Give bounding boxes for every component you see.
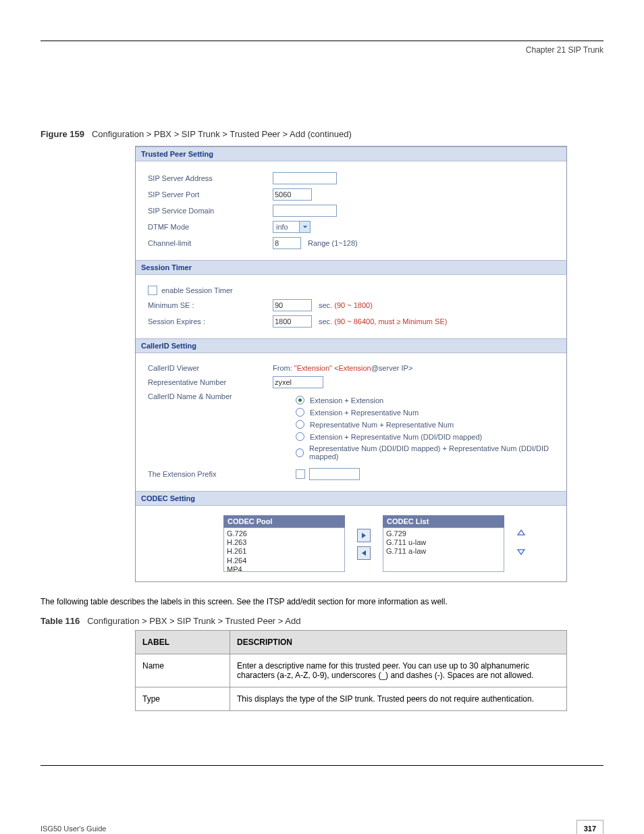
col-header-label: LABEL [136, 631, 230, 654]
section-callerid: CallerID Setting [136, 338, 566, 353]
label-callerid-viewer: CallerID Viewer [148, 364, 273, 372]
cell-label: Name [136, 654, 230, 687]
codec-list[interactable]: G.729 G.711 u-law G.711 a-law [383, 527, 504, 572]
list-item[interactable]: G.711 u-law [386, 538, 501, 547]
chapter-title: Chapter 21 SIP Trunk [0, 45, 603, 55]
codec-pool-column: CODEC Pool G.726 H.263 H.261 H.264 MP4 [223, 515, 345, 572]
minimum-se-unit: sec. [319, 301, 332, 309]
chevron-down-icon [299, 221, 310, 232]
section-trusted-peer: Trusted Peer Setting [136, 147, 566, 161]
callerid-option-label: Extension + Extension [310, 396, 383, 405]
callerid-option-label: Extension + Representative Num (DDI/DID … [310, 433, 482, 441]
footer-book: ISG50 User's Guide [41, 825, 106, 833]
arrow-right-icon [360, 532, 367, 539]
sip-server-address-input[interactable] [273, 172, 337, 184]
config-panel: Trusted Peer Setting SIP Server Address … [135, 146, 567, 582]
callerid-option-label: Representative Num + Representative Num [310, 421, 454, 429]
list-item[interactable]: H.263 [227, 538, 342, 547]
codec-list-column: CODEC List G.729 G.711 u-law G.711 a-law [383, 515, 504, 572]
channel-limit-input[interactable] [273, 237, 301, 249]
figure-caption: Figure 159 Configuration > PBX > SIP Tru… [41, 129, 603, 139]
representative-number-input[interactable] [273, 376, 323, 388]
cell-desc: This displays the type of the SIP trunk.… [230, 687, 567, 711]
move-down-button[interactable] [516, 546, 526, 557]
extension-prefix-input[interactable] [309, 468, 360, 480]
description-paragraph: The following table describes the labels… [41, 596, 603, 608]
label-dtmf-mode: DTMF Mode [148, 223, 273, 231]
sip-server-port-input[interactable] [273, 188, 312, 201]
channel-limit-hint: Range (1~128) [308, 239, 358, 247]
callerid-option-2[interactable]: Representative Num + Representative Num [273, 420, 558, 429]
cell-label: Type [136, 687, 230, 711]
session-expires-unit: sec. [319, 317, 332, 325]
label-session-expires: Session Expires : [148, 317, 273, 325]
table-row: Type This displays the type of the SIP t… [136, 687, 567, 711]
label-sip-server-address: SIP Server Address [148, 174, 273, 182]
label-channel-limit: Channel-limit [148, 239, 273, 247]
dtmf-mode-select[interactable]: info [273, 221, 311, 233]
section-session-timer: Session Timer [136, 260, 566, 275]
list-item[interactable]: G.729 [386, 529, 501, 538]
remove-codec-button[interactable] [357, 546, 371, 560]
radio-icon [296, 432, 304, 441]
move-up-button[interactable] [516, 529, 526, 540]
list-item[interactable]: G.726 [227, 529, 342, 538]
callerid-option-4[interactable]: Representative Num (DDI/DID mapped) + Re… [273, 444, 558, 461]
radio-icon [296, 396, 304, 405]
codec-pool-list[interactable]: G.726 H.263 H.261 H.264 MP4 [223, 527, 345, 572]
arrow-up-icon [516, 529, 526, 538]
radio-icon [296, 448, 304, 457]
col-header-description: DESCRIPTION [230, 631, 567, 654]
list-item[interactable]: MP4 [227, 565, 342, 572]
label-representative-number: Representative Number [148, 378, 273, 386]
label-minimum-se: Minimum SE : [148, 301, 273, 309]
figure-label: Figure 159 [41, 129, 84, 139]
enable-session-timer-checkbox[interactable] [148, 286, 157, 295]
table-row: Name Enter a descriptive name for this t… [136, 654, 567, 687]
table-title: Configuration > PBX > SIP Trunk > Truste… [87, 616, 300, 626]
callerid-option-1[interactable]: Extension + Representative Num [273, 408, 558, 417]
codec-pool-header: CODEC Pool [223, 515, 345, 527]
codec-list-header: CODEC List [383, 515, 504, 527]
cell-desc: Enter a descriptive name for this truste… [230, 654, 567, 687]
sip-service-domain-input[interactable] [273, 205, 337, 217]
minimum-se-input[interactable] [273, 299, 312, 311]
callerid-option-0[interactable]: Extension + Extension [273, 396, 558, 405]
callerid-option-label: Representative Num (DDI/DID mapped) + Re… [309, 444, 558, 461]
session-expires-input[interactable] [273, 315, 312, 328]
label-enable-session-timer: enable Session Timer [161, 286, 233, 294]
callerid-option-3[interactable]: Extension + Representative Num (DDI/DID … [273, 432, 558, 441]
page-number: 317 [576, 820, 603, 834]
section-codec: CODEC Setting [136, 491, 566, 506]
radio-icon [296, 420, 304, 429]
arrow-down-icon [516, 546, 526, 556]
label-sip-server-port: SIP Server Port [148, 190, 273, 199]
table-caption: Table 116 Configuration > PBX > SIP Trun… [41, 616, 603, 626]
callerid-option-label: Extension + Representative Num [310, 409, 419, 417]
callerid-viewer-value: From: "Extension" <Extension@server IP> [273, 364, 412, 372]
extension-prefix-checkbox[interactable] [296, 469, 305, 479]
session-expires-range: (90 ~ 86400, must ≥ Minimum SE) [334, 317, 447, 325]
radio-icon [296, 408, 304, 417]
table-label: Table 116 [41, 616, 80, 626]
label-extension-prefix: The Extension Prefix [148, 470, 273, 478]
dtmf-mode-value: info [273, 223, 299, 231]
list-item[interactable]: G.711 a-law [386, 547, 501, 556]
add-codec-button[interactable] [357, 529, 371, 542]
list-item[interactable]: H.264 [227, 556, 342, 565]
figure-title: Configuration > PBX > SIP Trunk > Truste… [92, 129, 352, 139]
label-sip-service-domain: SIP Service Domain [148, 207, 273, 215]
label-callerid-name-number: CallerID Name & Number [148, 392, 273, 400]
list-item[interactable]: H.261 [227, 547, 342, 556]
minimum-se-range: (90 ~ 1800) [334, 301, 373, 309]
description-table: LABEL DESCRIPTION Name Enter a descripti… [135, 630, 567, 711]
arrow-left-icon [360, 550, 367, 556]
